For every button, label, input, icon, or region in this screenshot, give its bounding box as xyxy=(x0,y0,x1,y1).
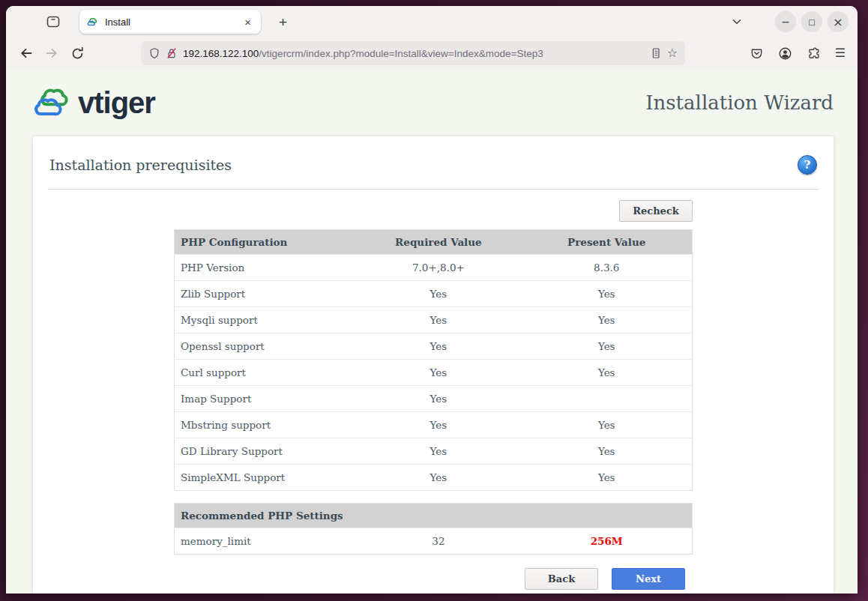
new-tab-button[interactable]: + xyxy=(273,15,293,29)
pocket-icon[interactable] xyxy=(750,46,764,61)
table-row: PHP Version 7.0+,8.0+ 8.3.6 xyxy=(175,255,693,281)
browser-window: Install × + − □ × xyxy=(6,6,858,594)
insecure-lock-icon xyxy=(166,47,178,59)
table-cell: Yes xyxy=(355,465,521,491)
table-cell: Yes xyxy=(521,307,692,333)
table-cell: Imap Support xyxy=(175,386,356,412)
extensions-puzzle-icon[interactable] xyxy=(807,46,821,61)
vtiger-logo-icon xyxy=(30,86,73,120)
table-cell: Yes xyxy=(521,438,692,465)
recheck-row: Recheck xyxy=(174,200,693,222)
table-cell: Zlib Support xyxy=(175,281,356,307)
table-cell-error: 256M xyxy=(521,528,692,555)
table-cell: memory_limit xyxy=(175,528,356,555)
forward-arrow-icon xyxy=(44,46,59,61)
table-cell: Openssl support xyxy=(175,333,356,360)
navigation-bar: 192.168.122.100/vtigercrm/index.php?modu… xyxy=(6,37,858,69)
table-cell: SimpleXML Support xyxy=(175,465,356,491)
table-header-row: Recommended PHP Settings xyxy=(175,504,693,528)
recommended-settings-table: Recommended PHP Settings memory_limit 32… xyxy=(174,503,693,555)
table-cell: Yes xyxy=(521,333,692,360)
url-text: 192.168.122.100/vtigercrm/index.php?modu… xyxy=(183,48,645,59)
shield-permissions-icon xyxy=(148,47,160,59)
table-cell: Yes xyxy=(355,281,521,307)
column-header: PHP Configuration xyxy=(175,230,356,255)
hamburger-menu-icon[interactable]: ☰ xyxy=(835,47,846,59)
table-cell: PHP Version xyxy=(175,255,356,281)
table-row: SimpleXML Support Yes Yes xyxy=(175,465,693,491)
table-cell: Yes xyxy=(521,412,692,438)
table-row: Zlib Support Yes Yes xyxy=(175,281,693,307)
url-path: /vtigercrm/index.php?module=Install&view… xyxy=(259,48,543,59)
url-host: 192.168.122.100 xyxy=(183,48,259,59)
url-bar[interactable]: 192.168.122.100/vtigercrm/index.php?modu… xyxy=(141,41,685,65)
chevron-down-icon xyxy=(730,15,744,28)
reload-button[interactable] xyxy=(66,42,88,64)
table-cell: Yes xyxy=(355,360,521,386)
divider xyxy=(48,189,819,190)
page-content: vtiger Installation Wizard Installation … xyxy=(6,69,858,594)
table-cell xyxy=(521,386,692,412)
forward-nav-button[interactable] xyxy=(40,42,63,64)
reload-icon xyxy=(70,46,85,61)
bookmark-star-icon[interactable]: ☆ xyxy=(667,47,678,59)
firefox-view-icon xyxy=(46,14,61,29)
page-header: vtiger Installation Wizard xyxy=(6,69,858,136)
table-cell: 7.0+,8.0+ xyxy=(355,255,521,281)
firefox-view-button[interactable] xyxy=(42,10,64,33)
recheck-button[interactable]: Recheck xyxy=(619,200,693,222)
table-row: memory_limit 32 256M xyxy=(175,528,693,555)
table-cell: Yes xyxy=(355,438,521,465)
table-row: Mysqli support Yes Yes xyxy=(175,307,693,333)
table-cell: 8.3.6 xyxy=(521,255,692,281)
account-icon[interactable] xyxy=(778,46,792,61)
list-all-tabs-button[interactable] xyxy=(730,15,744,28)
table-row: Curl support Yes Yes xyxy=(175,360,693,386)
table-cell: Mbstring support xyxy=(175,412,356,438)
vtiger-wordmark: vtiger xyxy=(78,88,155,118)
table-cell: 32 xyxy=(355,528,521,555)
table-row: Openssl support Yes Yes xyxy=(175,333,693,360)
back-button[interactable]: Back xyxy=(525,568,598,590)
browser-tab[interactable]: Install × xyxy=(79,10,261,34)
column-header: Required Value xyxy=(355,230,521,255)
column-header: Present Value xyxy=(521,230,692,255)
card-header: Installation prerequisites ? xyxy=(33,136,834,175)
table-cell: GD Library Support xyxy=(175,438,356,465)
back-arrow-icon xyxy=(19,46,34,61)
tab-close-icon[interactable]: × xyxy=(241,15,254,29)
tab-bar: Install × + − □ × xyxy=(6,6,858,37)
table-header-row: PHP Configuration Required Value Present… xyxy=(175,230,693,255)
section-title: Installation prerequisites xyxy=(49,157,232,173)
window-controls: − □ × xyxy=(775,11,853,32)
wizard-title: Installation Wizard xyxy=(645,93,834,112)
table-row: Mbstring support Yes Yes xyxy=(175,412,693,438)
table-cell: Yes xyxy=(355,333,521,360)
table-cell: Curl support xyxy=(175,360,356,386)
table-cell: Yes xyxy=(355,386,521,412)
table-row: GD Library Support Yes Yes xyxy=(175,438,693,465)
vtiger-favicon xyxy=(86,17,98,27)
prerequisites-content: Recheck PHP Configuration Required Value… xyxy=(174,200,693,594)
reader-mode-icon[interactable] xyxy=(650,47,662,59)
settings-table-title: Recommended PHP Settings xyxy=(175,504,693,528)
maximize-button[interactable]: □ xyxy=(801,11,822,32)
table-cell: Yes xyxy=(521,281,692,307)
wizard-buttons-row: Back Next xyxy=(174,568,685,594)
next-button[interactable]: Next xyxy=(612,568,685,590)
table-cell: Yes xyxy=(521,465,692,491)
table-row: Imap Support Yes xyxy=(175,386,693,412)
tab-title: Install xyxy=(105,16,241,28)
table-cell: Yes xyxy=(521,360,692,386)
php-configuration-table: PHP Configuration Required Value Present… xyxy=(174,229,693,491)
toolbar-right-icons: ☰ xyxy=(750,46,849,61)
minimize-button[interactable]: − xyxy=(775,11,796,32)
install-card: Installation prerequisites ? Recheck PHP… xyxy=(33,136,834,594)
close-button[interactable]: × xyxy=(828,11,849,32)
help-icon[interactable]: ? xyxy=(798,155,817,175)
back-nav-button[interactable] xyxy=(15,42,37,64)
table-cell: Mysqli support xyxy=(175,307,356,333)
table-cell: Yes xyxy=(355,412,521,438)
table-cell: Yes xyxy=(355,307,521,333)
